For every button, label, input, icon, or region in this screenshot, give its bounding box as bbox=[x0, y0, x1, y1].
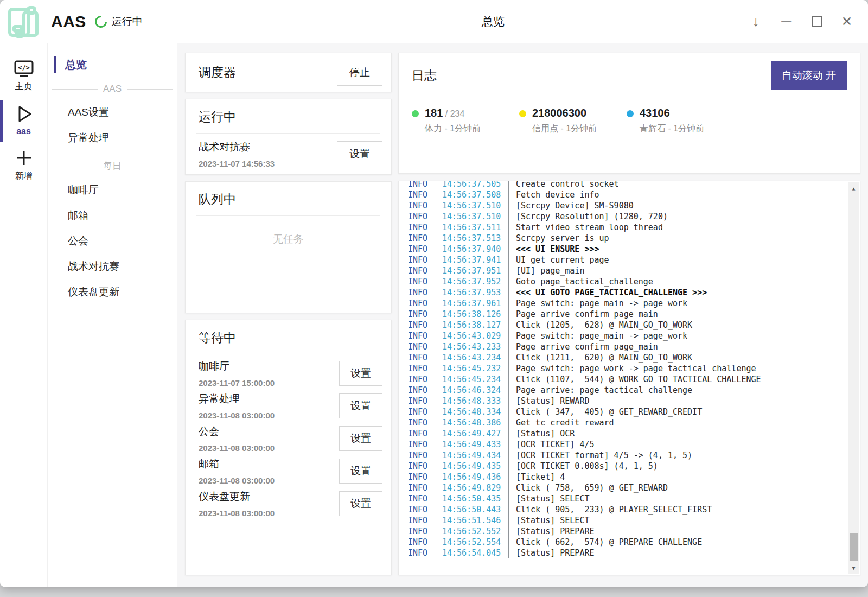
log-title: 日志 bbox=[412, 67, 437, 84]
waiting-task-list: 咖啡厅 2023-11-07 15:00:00 设置 异常处理 2023-11-… bbox=[186, 354, 391, 520]
scroll-up-icon[interactable]: ▲ bbox=[848, 183, 859, 194]
app-logo-icon bbox=[5, 4, 41, 40]
sidebar-section-aas-items: AAS设置异常处理 bbox=[48, 100, 177, 150]
log-level: INFO bbox=[399, 211, 442, 222]
log-time: 14:56:37.511 bbox=[442, 222, 508, 233]
stat-dot-icon bbox=[412, 110, 419, 117]
settings-button[interactable]: 设置 bbox=[337, 141, 382, 167]
settings-button[interactable]: 设置 bbox=[339, 361, 382, 386]
log-level: INFO bbox=[399, 189, 442, 200]
log-level: INFO bbox=[399, 331, 442, 341]
close-icon[interactable]: ✕ bbox=[840, 15, 854, 29]
log-message: <<< UI ENSURE >>> bbox=[508, 244, 847, 255]
log-time: 14:56:50.443 bbox=[442, 504, 508, 515]
settings-button[interactable]: 设置 bbox=[339, 426, 382, 451]
autoscroll-toggle-button[interactable]: 自动滚动 开 bbox=[771, 61, 847, 90]
settings-button[interactable]: 设置 bbox=[339, 459, 382, 484]
log-level: INFO bbox=[399, 537, 442, 548]
log-line: INFO 14:56:37.513 Scrcpy server is up bbox=[399, 233, 847, 244]
waiting-task-row: 仪表盘更新 2023-11-08 03:00:00 设置 bbox=[186, 487, 391, 520]
queue-title: 队列中 bbox=[186, 191, 391, 215]
waiting-title: 等待中 bbox=[186, 329, 391, 354]
log-message: [UI] page_main bbox=[508, 265, 847, 276]
log-header-card: 日志 自动滚动 开 181 / 234 体力 - 1分钟前 bbox=[398, 53, 860, 174]
log-line: INFO 14:56:37.952 Goto page_tactical_cha… bbox=[399, 276, 847, 287]
log-level: INFO bbox=[399, 298, 442, 309]
stat-value: 43106 bbox=[640, 107, 670, 119]
log-time: 14:56:45.234 bbox=[442, 374, 508, 385]
play-icon bbox=[14, 104, 34, 124]
sidebar-item-overview[interactable]: 总览 bbox=[48, 55, 177, 74]
sidebar-item[interactable]: AAS设置 bbox=[48, 100, 177, 125]
log-message: [OCR_TICKET format] 4/5 -> (4, 1, 5) bbox=[508, 450, 847, 461]
log-level: INFO bbox=[399, 374, 442, 385]
log-time: 14:56:48.334 bbox=[442, 407, 508, 417]
waiting-task-time: 2023-11-08 03:00:00 bbox=[199, 509, 275, 518]
nav-item-home[interactable]: </> 主页 bbox=[0, 54, 47, 99]
main-content: 调度器 停止 运行中 战术对抗赛 2023-11-07 14:56:33 设置 bbox=[177, 43, 868, 587]
scrollbar-thumb[interactable] bbox=[850, 533, 858, 561]
log-level: INFO bbox=[399, 181, 442, 189]
maximize-icon[interactable] bbox=[809, 15, 824, 29]
run-status-text: 运行中 bbox=[112, 15, 143, 29]
sidebar-item[interactable]: 邮箱 bbox=[48, 203, 177, 228]
minimize-icon[interactable]: ─ bbox=[779, 15, 793, 29]
log-message: Click (1211, 620) @ MAIN_GO_TO_WORK bbox=[508, 352, 847, 363]
waiting-task-row: 咖啡厅 2023-11-07 15:00:00 设置 bbox=[186, 357, 391, 390]
log-time: 14:56:37.951 bbox=[442, 265, 508, 276]
sidebar-item[interactable]: 咖啡厅 bbox=[48, 177, 177, 202]
nav-item-add[interactable]: 新增 bbox=[0, 143, 47, 188]
waiting-task-time: 2023-11-07 15:00:00 bbox=[199, 378, 275, 388]
log-level: INFO bbox=[399, 276, 442, 287]
log-message: Click (1107, 544) @ WORK_GO_TO_TACTICAL_… bbox=[508, 374, 847, 385]
log-message: Click (1205, 628) @ MAIN_GO_TO_WORK bbox=[508, 320, 847, 331]
log-level: INFO bbox=[399, 439, 442, 450]
log-line: INFO 14:56:46.324 Page arrive: page_tact… bbox=[399, 385, 847, 396]
log-line: INFO 14:56:45.234 Click (1107, 544) @ WO… bbox=[399, 374, 847, 385]
log-message: [OCR_TICKET 0.008s] (4, 1, 5) bbox=[508, 461, 847, 472]
log-time: 14:56:48.333 bbox=[442, 396, 508, 407]
queue-empty-text: 无任务 bbox=[186, 216, 391, 246]
log-level: INFO bbox=[399, 493, 442, 504]
log-line: INFO 14:56:43.234 Click (1211, 620) @ MA… bbox=[399, 352, 847, 363]
log-message: Page switch: page_main -> page_work bbox=[508, 298, 847, 309]
log-line: INFO 14:56:37.961 Page switch: page_main… bbox=[399, 298, 847, 309]
log-line: INFO 14:56:50.435 [Status] SELECT bbox=[399, 493, 847, 504]
log-time: 14:56:49.829 bbox=[442, 482, 508, 493]
log-line: INFO 14:56:54.045 [Status] PREPARE bbox=[399, 548, 847, 558]
running-task-name: 战术对抗赛 bbox=[199, 140, 275, 154]
resource-stat: 43106 青辉石 - 1分钟前 bbox=[627, 107, 734, 135]
log-time: 14:56:52.554 bbox=[442, 537, 508, 548]
sidebar-item[interactable]: 异常处理 bbox=[48, 125, 177, 150]
log-time: 14:56:45.232 bbox=[442, 363, 508, 374]
log-message: Page arrive: page_tactical_challenge bbox=[508, 385, 847, 396]
sidebar-section-daily: 每日 bbox=[52, 160, 173, 172]
plus-icon bbox=[14, 148, 34, 168]
settings-button[interactable]: 设置 bbox=[339, 393, 382, 418]
log-scrollbar[interactable]: ▲ ▼ bbox=[848, 182, 859, 574]
log-message: [Status] PREPARE bbox=[508, 548, 847, 558]
settings-button[interactable]: 设置 bbox=[339, 491, 382, 516]
nav-rail: </> 主页 aas 新增 bbox=[0, 43, 48, 587]
log-time: 14:56:43.233 bbox=[442, 341, 508, 352]
stop-button[interactable]: 停止 bbox=[337, 60, 382, 86]
log-line: INFO 14:56:51.546 [Status] SELECT bbox=[399, 515, 847, 526]
log-message: Page switch: page_work -> page_tactical_… bbox=[508, 363, 847, 374]
log-level: INFO bbox=[399, 385, 442, 396]
log-message: Fetch device info bbox=[508, 189, 847, 200]
log-level: INFO bbox=[399, 417, 442, 428]
sidebar-item[interactable]: 仪表盘更新 bbox=[48, 280, 177, 304]
log-message: Start video stream loop thread bbox=[508, 222, 847, 233]
log-time: 14:56:43.029 bbox=[442, 331, 508, 341]
waiting-task-row: 邮箱 2023-11-08 03:00:00 设置 bbox=[186, 455, 391, 487]
waiting-task-name: 仪表盘更新 bbox=[199, 490, 275, 504]
download-update-icon[interactable]: ↓ bbox=[749, 15, 763, 29]
stat-dot-icon bbox=[627, 110, 634, 117]
nav-item-aas[interactable]: aas bbox=[0, 99, 47, 143]
waiting-task-name: 邮箱 bbox=[199, 457, 275, 471]
sidebar-item[interactable]: 战术对抗赛 bbox=[48, 254, 177, 279]
log-line: INFO 14:56:49.427 [Status] OCR bbox=[399, 428, 847, 439]
scroll-down-icon[interactable]: ▼ bbox=[848, 562, 859, 573]
app-name: AAS bbox=[51, 12, 86, 31]
sidebar-item[interactable]: 公会 bbox=[48, 228, 177, 253]
